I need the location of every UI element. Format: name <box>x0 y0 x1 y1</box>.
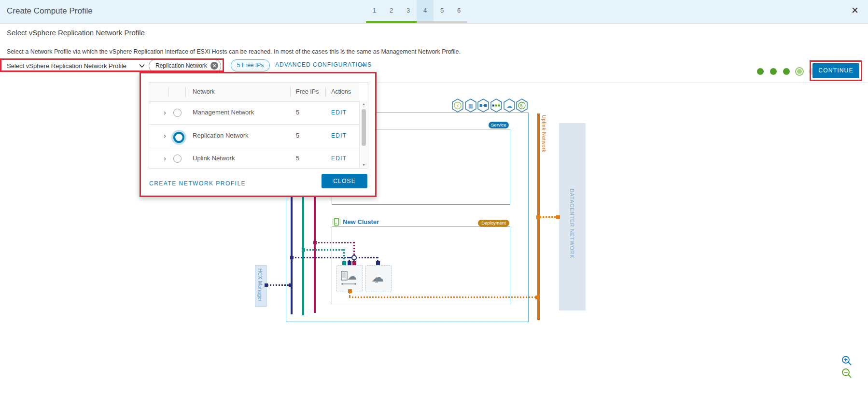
steps-completed-bar <box>366 21 417 23</box>
table-row[interactable]: › Management Network 5 EDIT <box>149 101 359 124</box>
replication-dotted-h <box>304 249 345 251</box>
svg-text:☁: ☁ <box>347 271 357 282</box>
network-profile-table: Network Free IPs Actions › Management Ne… <box>149 83 368 169</box>
uplink-line-marker <box>535 296 539 299</box>
svg-text:↻: ↻ <box>520 103 524 109</box>
cloud-icon: ☁ <box>503 99 516 113</box>
svg-text:▦: ▦ <box>468 103 473 109</box>
edit-link[interactable]: EDIT <box>331 155 347 162</box>
expand-chevron-icon[interactable]: › <box>164 108 166 116</box>
column-actions: Actions <box>331 83 351 101</box>
page-title: Select vSphere Replication Network Profi… <box>7 28 145 37</box>
radio-uplink-network[interactable] <box>173 155 182 163</box>
remove-chip-icon[interactable]: ✕ <box>210 62 218 70</box>
create-network-profile-link[interactable]: CREATE NETWORK PROFILE <box>149 180 246 187</box>
network-profile-select[interactable]: Select vSphere Replication Network Profi… <box>7 62 126 70</box>
radio-management-network[interactable] <box>173 109 182 117</box>
progress-dot-done-2 <box>770 68 777 75</box>
chevron-down-icon[interactable] <box>139 64 145 68</box>
replication-network-line <box>302 197 304 315</box>
service-badge: Service <box>489 122 509 128</box>
column-free-ips: Free IPs <box>296 83 319 101</box>
close-icon[interactable]: ✕ <box>848 4 862 17</box>
vmotion-network-line <box>314 197 316 313</box>
edit-link[interactable]: EDIT <box>331 132 347 139</box>
network-name: Replication Network <box>193 132 249 139</box>
datacenter-network-panel: DATACENTER NETWORK <box>559 123 586 310</box>
create-compute-profile-window: Create Compute Profile 1 2 3 4 5 6 ✕ Sel… <box>0 0 868 395</box>
edit-link[interactable]: EDIT <box>331 109 347 116</box>
selected-network-chip[interactable]: Replication Network ✕ <box>149 59 221 72</box>
hcx-manager-label: HCX Manager <box>257 268 263 302</box>
free-ips-value: 5 <box>296 132 299 139</box>
sync-icon: ↻ <box>516 99 528 113</box>
building-cloud-icon: ☁ <box>337 266 361 290</box>
scroll-up-icon[interactable]: ▲ <box>360 102 368 106</box>
vmotion-plug-marker <box>352 261 356 265</box>
zoom-out-icon[interactable] <box>841 367 853 379</box>
expand-chevron-icon[interactable]: › <box>164 154 166 162</box>
hcx-dotted-h <box>267 284 290 286</box>
connectors-icon <box>490 99 503 113</box>
radio-replication-network[interactable] <box>173 132 184 143</box>
vmotion-dotted-h <box>315 242 355 243</box>
cloud-arrows-icon: ☁ » <box>366 266 390 290</box>
advanced-chevron-down-icon[interactable] <box>361 63 366 67</box>
replication-plug-marker <box>342 261 346 265</box>
network-profile-dropdown-panel: Network Free IPs Actions › Management Ne… <box>140 72 377 197</box>
expand-chevron-icon[interactable]: › <box>164 131 166 140</box>
steps-remaining-bar <box>417 21 467 23</box>
interconnect-appliance: ☁ <box>336 265 363 292</box>
line-crossing-junction <box>351 255 357 260</box>
uplink-dotted-h <box>349 296 537 298</box>
table-row[interactable]: › Uplink Network 5 EDIT <box>149 147 359 169</box>
table-row[interactable]: › Replication Network 5 EDIT <box>149 124 359 147</box>
network-extension-icon: ▦ <box>464 99 477 113</box>
management-dotted-h <box>292 257 378 258</box>
step-2[interactable]: 2 <box>383 0 400 21</box>
free-ips-value: 5 <box>296 155 299 162</box>
progress-dot-current <box>797 69 802 74</box>
uplink-network-label: Uplink Network <box>541 115 547 153</box>
management-plug-marker-2 <box>376 261 380 265</box>
management-plug-marker-1 <box>348 261 351 265</box>
replication-dotted-v <box>343 249 345 262</box>
continue-button[interactable]: CONTINUE <box>812 63 859 78</box>
table-header: Network Free IPs Actions <box>149 83 359 101</box>
new-cluster-label: New Cluster <box>343 218 379 226</box>
uplink-dc-dotted-h <box>540 216 558 218</box>
column-network: Network <box>193 83 215 101</box>
free-ips-badge: 5 Free IPs <box>231 59 270 71</box>
hcx-tap-marker-2 <box>289 283 292 287</box>
wizard-title: Create Compute Profile <box>7 6 93 16</box>
page-description: Select a Network Profile via which the v… <box>7 48 461 55</box>
table-scrollbar[interactable]: ▲ ▼ <box>359 101 368 168</box>
network-name: Management Network <box>193 109 254 116</box>
dr-lightning-icon: ⚡ <box>451 99 464 113</box>
svg-text:⚡: ⚡ <box>456 103 459 109</box>
free-ips-value: 5 <box>296 109 299 116</box>
svg-text:»: » <box>375 278 378 285</box>
close-button[interactable]: CLOSE <box>322 174 367 188</box>
scrollbar-thumb[interactable] <box>362 109 366 146</box>
migration-icon <box>477 99 490 113</box>
step-5[interactable]: 5 <box>434 0 450 21</box>
datacenter-network-label: DATACENTER NETWORK <box>569 189 575 258</box>
step-4-current[interactable]: 4 <box>417 0 434 21</box>
zoom-in-icon[interactable] <box>841 355 853 367</box>
uplink-dc-marker-2 <box>556 215 560 219</box>
step-1[interactable]: 1 <box>366 0 383 21</box>
step-6[interactable]: 6 <box>450 0 467 21</box>
network-name: Uplink Network <box>193 155 235 162</box>
toolbar-divider <box>377 83 868 83</box>
wan-optimization-appliance: ☁ » <box>365 265 392 292</box>
progress-dot-done-1 <box>757 68 764 75</box>
deployment-badge: Deployment <box>478 220 509 226</box>
step-3[interactable]: 3 <box>400 0 417 21</box>
cluster-host-icon <box>332 218 341 226</box>
advanced-configurations-link[interactable]: ADVANCED CONFIGURATIONS <box>275 61 372 68</box>
progress-dot-done-3 <box>783 68 790 75</box>
scroll-down-icon[interactable]: ▼ <box>360 163 368 167</box>
svg-text:☁: ☁ <box>506 102 513 110</box>
selected-network-chip-label: Replication Network <box>155 62 207 69</box>
